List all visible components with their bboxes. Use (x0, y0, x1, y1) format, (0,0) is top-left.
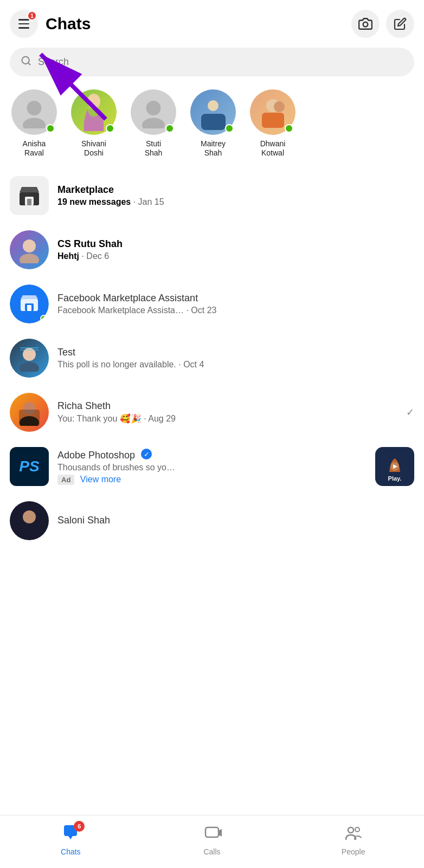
chats-badge: 6 (74, 821, 85, 832)
chat-name: Richa Sheth (57, 400, 397, 412)
search-input[interactable] (38, 56, 403, 68)
search-container (0, 43, 424, 85)
chat-item[interactable]: Saloni Shah (0, 494, 424, 548)
online-indicator (225, 124, 234, 133)
ad-row: Ad View more (57, 475, 367, 485)
chat-name: Facebook Marketplace Assistant (57, 293, 414, 304)
camera-icon (358, 17, 372, 31)
contacts-row: AnishaRaval ShivaniDoshi (0, 85, 424, 169)
chat-name: CS Rutu Shah (57, 238, 414, 250)
chat-name: Adobe Photoshop (57, 448, 367, 461)
svg-rect-23 (27, 305, 31, 311)
svg-point-25 (20, 362, 39, 372)
svg-rect-11 (201, 114, 226, 130)
contact-name: MaitreyShah (201, 139, 226, 158)
contact-item[interactable]: StutiShah (129, 89, 178, 158)
play-label: Play. (375, 475, 414, 482)
page-title: Chats (46, 15, 351, 33)
svg-rect-18 (27, 199, 31, 205)
svg-rect-35 (205, 827, 219, 837)
svg-point-5 (27, 101, 42, 115)
svg-point-34 (20, 524, 39, 534)
chat-item[interactable]: Test This poll is no longer available. ·… (0, 331, 424, 385)
svg-point-14 (274, 101, 285, 112)
chat-name: Marketplace (57, 184, 414, 196)
chat-item[interactable]: Marketplace 19 new messages · Jan 15 (0, 169, 424, 223)
menu-button[interactable]: 1 (10, 10, 38, 38)
svg-point-6 (23, 118, 46, 129)
chat-info: Richa Sheth You: Thank you 🥰🎉 · Aug 29 (57, 400, 397, 424)
compose-button[interactable] (386, 10, 414, 38)
svg-rect-27 (20, 349, 38, 351)
nav-item-chats[interactable]: 6 Chats (35, 823, 106, 856)
contact-item[interactable]: DhwaniKotwal (248, 89, 297, 158)
chat-item[interactable]: Richa Sheth You: Thank you 🥰🎉 · Aug 29 ✓ (0, 385, 424, 439)
contact-item[interactable]: ShivaniDoshi (69, 89, 118, 158)
contact-item[interactable]: MaitreyShah (189, 89, 237, 158)
chat-preview: Thousands of brushes so yo… (57, 463, 367, 472)
svg-point-0 (363, 22, 368, 27)
svg-line-4 (28, 63, 30, 65)
contact-name: AnishaRaval (23, 139, 46, 158)
contact-avatar-wrap (190, 89, 236, 135)
chat-info: CS Rutu Shah Hehtj · Dec 6 (57, 238, 414, 261)
calls-nav-label: Calls (203, 847, 220, 856)
chat-preview: You: Thank you 🥰🎉 · Aug 29 (57, 413, 397, 424)
chats-nav-label: Chats (61, 847, 81, 856)
online-indicator (46, 124, 55, 133)
chat-preview: Hehtj · Dec 6 (57, 251, 414, 261)
header: 1 Chats (0, 0, 424, 43)
online-indicator (106, 124, 114, 133)
people-nav-label: People (342, 847, 365, 856)
nav-item-people[interactable]: People (318, 823, 389, 856)
menu-badge: 1 (27, 11, 37, 21)
nav-item-calls[interactable]: Calls (177, 823, 247, 856)
people-icon (344, 823, 363, 843)
header-icons (351, 10, 414, 38)
contact-item[interactable]: AnishaRaval (10, 89, 59, 158)
view-more-link[interactable]: View more (80, 475, 121, 484)
online-indicator (40, 315, 48, 322)
check-icon: ✓ (406, 406, 414, 418)
svg-point-38 (355, 827, 359, 832)
chat-preview: Facebook Marketplace Assista… · Oct 23 (57, 306, 414, 315)
compose-icon (394, 17, 407, 30)
chat-info: Facebook Marketplace Assistant Facebook … (57, 293, 414, 315)
svg-rect-26 (20, 347, 38, 348)
chat-info: Test This poll is no longer available. ·… (57, 347, 414, 370)
chat-preview: 19 new messages · Jan 15 (57, 197, 414, 207)
contact-avatar-wrap (131, 89, 176, 135)
ad-label: Ad (57, 475, 74, 485)
chat-name: Test (57, 347, 414, 358)
chat-name: Saloni Shah (57, 515, 414, 526)
nav-icon-wrap (202, 823, 222, 845)
contact-name: DhwaniKotwal (260, 139, 286, 158)
verified-badge (141, 449, 152, 459)
chat-meta: ✓ (406, 406, 414, 418)
svg-point-20 (20, 254, 39, 263)
chat-item-ad[interactable]: PS Adobe Photoshop Thousands of brushes … (0, 439, 424, 494)
chat-item[interactable]: Facebook Marketplace Assistant Facebook … (0, 277, 424, 331)
svg-point-37 (348, 827, 354, 833)
svg-point-7 (87, 94, 100, 109)
hamburger-icon (18, 19, 29, 29)
chat-avatar (10, 501, 49, 540)
svg-point-12 (208, 100, 219, 111)
online-indicator (285, 124, 293, 133)
bottom-nav: 6 Chats Calls People (0, 815, 424, 868)
chat-info: Saloni Shah (57, 515, 414, 526)
svg-point-33 (23, 510, 36, 523)
ad-thumbnail: Play. (375, 447, 414, 486)
camera-button[interactable] (351, 10, 380, 38)
svg-point-19 (23, 239, 36, 252)
online-indicator (165, 124, 174, 133)
svg-rect-15 (262, 113, 284, 128)
nav-icon-wrap: 6 (61, 823, 80, 845)
chat-item[interactable]: CS Rutu Shah Hehtj · Dec 6 (0, 223, 424, 277)
chat-list: Marketplace 19 new messages · Jan 15 CS … (0, 169, 424, 548)
search-bar[interactable] (10, 48, 414, 76)
svg-point-8 (146, 101, 161, 115)
svg-rect-30 (19, 410, 40, 426)
marketplace-avatar (10, 176, 49, 215)
chat-preview: This poll is no longer available. · Oct … (57, 360, 414, 370)
